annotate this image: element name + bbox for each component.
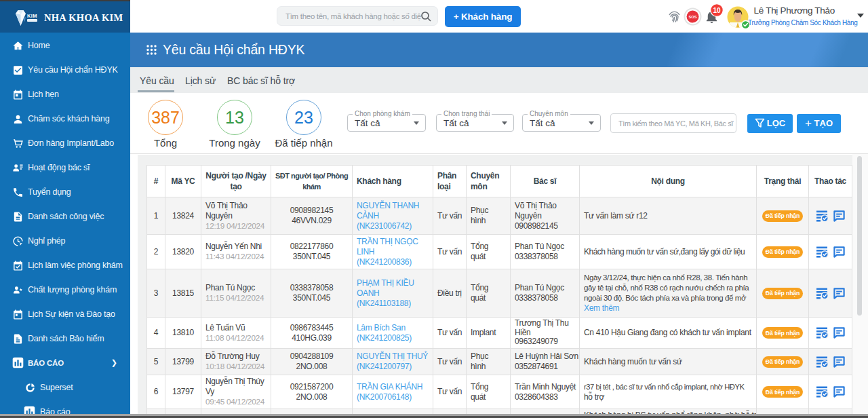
svg-text:SOS: SOS [688,15,696,19]
svg-text:10: 10 [713,7,721,14]
